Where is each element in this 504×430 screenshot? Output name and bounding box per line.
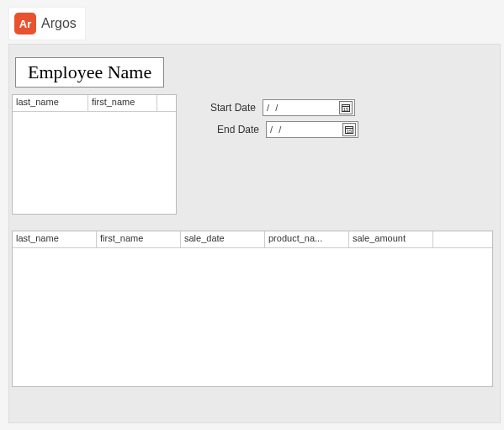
- brand-name: Argos: [41, 16, 77, 31]
- start-date-picker-button[interactable]: 15: [339, 101, 353, 114]
- results-col-sale-amount[interactable]: sale_amount: [349, 231, 433, 247]
- end-date-value: / /: [270, 125, 283, 135]
- employee-col-last-name[interactable]: last_name: [13, 95, 88, 111]
- results-col-spacer: [433, 231, 492, 247]
- start-date-row: Start Date / / 15: [210, 99, 355, 116]
- end-date-label: End Date: [217, 124, 259, 135]
- results-table[interactable]: last_name first_name sale_date product_n…: [12, 231, 493, 387]
- results-col-sale-date[interactable]: sale_date: [181, 231, 265, 247]
- employee-table-header: last_name first_name: [13, 95, 176, 112]
- results-table-header: last_name first_name sale_date product_n…: [13, 231, 492, 248]
- end-date-input[interactable]: / / 15: [266, 121, 358, 138]
- employee-col-spacer: [157, 95, 176, 111]
- start-date-value: / /: [267, 103, 279, 113]
- end-date-row: End Date / / 15: [217, 121, 358, 138]
- employee-table[interactable]: last_name first_name: [12, 94, 177, 215]
- results-col-product-name[interactable]: product_na...: [265, 231, 349, 247]
- employee-col-first-name[interactable]: first_name: [88, 95, 157, 111]
- results-col-last-name[interactable]: last_name: [13, 231, 97, 247]
- start-date-label: Start Date: [210, 102, 256, 114]
- results-col-first-name[interactable]: first_name: [97, 231, 181, 247]
- start-date-input[interactable]: / / 15: [263, 99, 355, 116]
- page-title: Employee Name: [15, 57, 164, 88]
- end-date-picker-button[interactable]: 15: [342, 123, 356, 136]
- argos-logo-icon: Ar: [14, 13, 36, 35]
- brand-badge-container: Ar Argos: [8, 7, 86, 40]
- calendar-icon: 15: [342, 104, 350, 112]
- svg-text:15: 15: [343, 107, 349, 112]
- svg-text:15: 15: [347, 129, 353, 134]
- calendar-icon: 15: [345, 125, 353, 134]
- employee-table-body[interactable]: [13, 112, 176, 214]
- results-table-body[interactable]: [13, 248, 492, 386]
